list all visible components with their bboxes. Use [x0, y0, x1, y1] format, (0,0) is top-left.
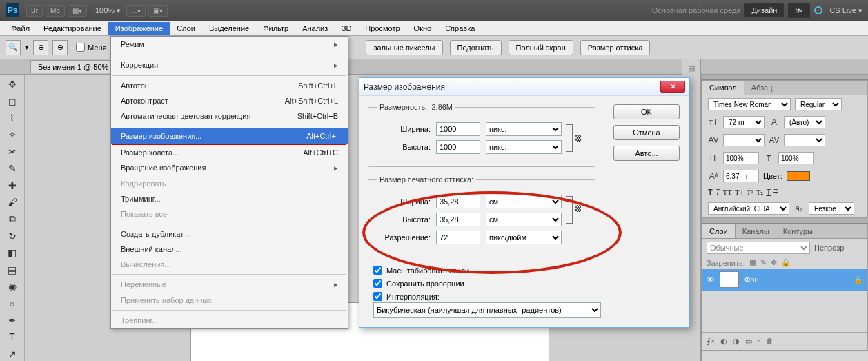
menu-help[interactable]: Справка [438, 22, 482, 35]
menuitem-autotone[interactable]: АвтотонShift+Ctrl+L [111, 78, 348, 93]
constrain-checkbox[interactable] [373, 279, 382, 288]
workspace-more-button[interactable]: ≫ [788, 3, 810, 18]
fit-screen-button[interactable]: Подогнать [450, 40, 502, 55]
stamp-tool[interactable]: ⧉ [4, 212, 21, 226]
menu-edit[interactable]: Редактирование [37, 22, 108, 35]
language-select[interactable]: Английский: США [708, 202, 789, 215]
ok-button[interactable]: OK [613, 104, 680, 119]
delete-layer-button[interactable]: 🗑 [766, 337, 773, 346]
height-cm-unit[interactable]: см [486, 213, 562, 226]
vscale-input[interactable] [723, 152, 759, 164]
move-tool[interactable]: ✥ [4, 77, 21, 91]
hscale-input[interactable] [778, 152, 814, 164]
scale-styles-checkbox[interactable] [373, 266, 382, 275]
cslive-button[interactable]: CS Live ▾ [829, 6, 862, 15]
lasso-tool[interactable]: ⌇ [4, 111, 21, 125]
kerning-select[interactable] [723, 134, 765, 146]
menu-view[interactable]: Просмотр [358, 22, 406, 35]
close-button[interactable]: ✕ [660, 81, 685, 93]
menu-select[interactable]: Выделение [202, 22, 256, 35]
actual-pixels-button[interactable]: зальные пикселы [366, 40, 442, 55]
print-size-button[interactable]: Размер оттиска [580, 40, 651, 55]
lock-pixels-icon[interactable]: ▦ [749, 258, 756, 267]
italic-button[interactable]: T [716, 188, 720, 197]
interpolation-checkbox[interactable] [373, 292, 382, 301]
adjustment-button[interactable]: ◑ [733, 337, 740, 346]
heal-tool[interactable]: ✚ [4, 178, 21, 192]
path-tool[interactable]: ↗ [4, 347, 21, 361]
cancel-button[interactable]: Отмена [613, 125, 680, 140]
font-style-select[interactable]: Regular [795, 98, 842, 110]
superscript-button[interactable]: T¹ [747, 188, 753, 197]
dodge-tool[interactable]: ☼ [4, 296, 21, 310]
font-size-select[interactable]: 72 пт [723, 116, 765, 128]
screen-mode-button[interactable]: ▦▾ [68, 5, 87, 17]
height-px-input[interactable] [436, 140, 480, 154]
new-layer-button[interactable]: ▫ [758, 337, 760, 346]
strike-button[interactable]: T [773, 188, 778, 197]
history-brush-tool[interactable]: ↻ [4, 229, 21, 243]
menuitem-ext-channel[interactable]: Внешний канал... [111, 242, 348, 257]
auto-button[interactable]: Авто... [613, 146, 680, 161]
menuitem-rotation[interactable]: Вращение изображения [111, 160, 348, 176]
type-tool[interactable]: T [4, 330, 21, 344]
bridge-button[interactable]: Br [26, 5, 43, 17]
layer-row[interactable]: 👁 Фон 🔒 [702, 269, 867, 291]
menuitem-correction[interactable]: Коррекция [111, 57, 348, 73]
arrange-button[interactable]: ▣▾ [148, 5, 168, 17]
blur-tool[interactable]: ◉ [4, 280, 21, 293]
tracking-select[interactable] [784, 134, 825, 146]
marquee-tool[interactable]: ◻ [4, 94, 21, 108]
resolution-unit[interactable]: пикс/дюйм [486, 231, 562, 244]
menuitem-autocontrast[interactable]: АвтоконтрастAlt+Shift+Ctrl+L [111, 93, 348, 108]
menuitem-image-size[interactable]: Размер изображения...Alt+Ctrl+I [111, 128, 348, 144]
brush-tool[interactable]: 🖌 [4, 195, 21, 209]
text-color-swatch[interactable] [787, 171, 810, 181]
font-family-select[interactable]: Times New Roman [708, 98, 791, 110]
zoom-in-icon[interactable]: ⊕ [33, 40, 48, 55]
menu-analysis[interactable]: Анализ [295, 22, 335, 35]
antialias-select[interactable]: Резкое [809, 202, 854, 215]
lock-all-icon[interactable]: 🔒 [781, 258, 791, 267]
menuitem-canvas-size[interactable]: Размер холста...Alt+Ctrl+C [111, 145, 348, 160]
width-cm-unit[interactable]: см [486, 195, 562, 208]
view-button[interactable]: ▭▾ [126, 5, 146, 17]
mask-button[interactable]: ◐ [720, 337, 727, 346]
lock-move-icon[interactable]: ✥ [771, 258, 777, 267]
leading-select[interactable]: (Авто) [784, 116, 825, 128]
zoom-level[interactable]: 100% ▾ [95, 6, 121, 15]
height-cm-input[interactable] [436, 213, 480, 226]
height-px-unit[interactable]: пикс. [486, 140, 562, 154]
document-tab[interactable]: Без имени-1 @ 50% [30, 60, 116, 73]
menuitem-autocolor[interactable]: Автоматическая цветовая коррекцияShift+C… [111, 108, 348, 124]
menu-filter[interactable]: Фильтр [256, 22, 295, 35]
menuitem-duplicate[interactable]: Создать дубликат... [111, 226, 348, 242]
bold-button[interactable]: T [708, 188, 713, 197]
resolution-input[interactable] [436, 231, 480, 244]
resize-window-checkbox[interactable]: Меня [76, 43, 106, 52]
tab-layers[interactable]: Слои [702, 224, 736, 238]
eyedropper-tool[interactable]: ✎ [4, 162, 21, 175]
pen-tool[interactable]: ✒ [4, 313, 21, 327]
zoom-tool-icon[interactable]: 🔍 [6, 40, 21, 55]
crop-tool[interactable]: ✂ [4, 145, 21, 159]
collapsed-icon-1[interactable]: ▤ [688, 64, 695, 72]
menu-layers[interactable]: Слои [170, 22, 202, 35]
width-px-unit[interactable]: пикс. [486, 122, 562, 136]
wand-tool[interactable]: ✧ [4, 128, 21, 142]
full-screen-button[interactable]: Полный экран [509, 40, 573, 55]
menu-window[interactable]: Окно [407, 22, 439, 35]
menu-file[interactable]: Файл [4, 22, 37, 35]
group-button[interactable]: ▭ [745, 337, 752, 346]
tab-paths[interactable]: Контуры [776, 224, 820, 238]
fx-button[interactable]: ⨍× [707, 337, 715, 346]
zoom-out-icon[interactable]: ⊖ [52, 40, 68, 55]
workspace-button[interactable]: Дизайн [744, 3, 784, 17]
interpolation-select[interactable]: Бикубическая (наилучшая для плавных град… [373, 302, 601, 318]
minibridge-button[interactable]: Mb [46, 5, 65, 17]
width-px-input[interactable] [436, 122, 480, 136]
blend-mode-select[interactable]: Обычные [707, 242, 810, 254]
menu-3d[interactable]: 3D [335, 22, 358, 35]
menuitem-mode[interactable]: Режим [111, 37, 348, 52]
width-cm-input[interactable] [436, 195, 480, 208]
